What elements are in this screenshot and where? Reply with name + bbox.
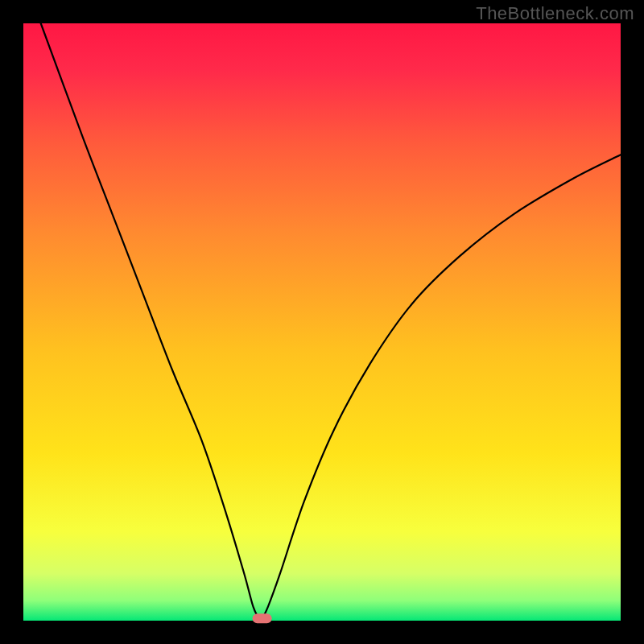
optimal-point-marker <box>253 613 272 623</box>
watermark-text: TheBottleneck.com <box>476 3 634 24</box>
bottleneck-chart <box>0 0 644 644</box>
chart-frame: TheBottleneck.com <box>0 0 644 644</box>
chart-background <box>23 23 621 621</box>
